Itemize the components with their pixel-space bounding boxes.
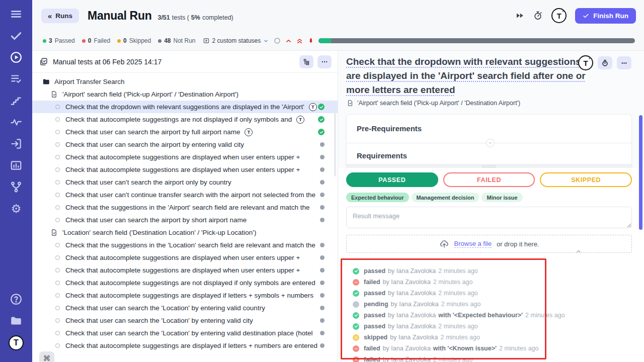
status-notrun-icon: [320, 167, 325, 172]
runs-icon: [10, 51, 23, 64]
command-key-badge[interactable]: ⌘: [39, 351, 54, 362]
log-entry: passedby Iana Zavolokawith '<Expected be…: [346, 310, 632, 321]
test-title[interactable]: Check that the dropdown with relevant su…: [346, 55, 588, 97]
tree-test-row[interactable]: Check that user can search the 'Location…: [32, 327, 338, 339]
suite-label: 'Location' search field ('Destination Lo…: [62, 229, 256, 236]
log-status-passed-icon: [353, 312, 359, 319]
tree-test-row[interactable]: Check that user can search the airport b…: [32, 214, 338, 226]
test-label: Check that user can't continue transfer …: [65, 191, 315, 199]
rocket-icon[interactable]: [307, 37, 314, 44]
count-skipped[interactable]: 0Skipped: [117, 37, 151, 44]
tree-test-row[interactable]: Check that autocomplete suggestings are …: [32, 289, 338, 302]
test-label: Check that the suggestions in the 'Locat…: [65, 241, 315, 249]
test-circle-icon: [55, 331, 60, 335]
status-notrun-icon: [320, 281, 325, 285]
test-circle-icon: [55, 306, 60, 310]
count-passed[interactable]: 3Passed: [43, 37, 75, 44]
sidebar-item-reports[interactable]: [9, 158, 24, 172]
circle-status-icon[interactable]: [274, 37, 281, 44]
browse-file-link[interactable]: Browse a file: [454, 240, 492, 248]
menu-icon: [10, 8, 23, 21]
sidebar-item-settings[interactable]: ⚙: [9, 202, 24, 216]
back-to-runs-button[interactable]: « Runs: [41, 9, 79, 23]
status-notrun-icon: [320, 255, 325, 260]
sidebar-item-milestones[interactable]: [9, 94, 24, 108]
test-more-button[interactable]: [617, 56, 631, 69]
tree-test-row[interactable]: Check that user can search the airport b…: [32, 126, 338, 138]
sidebar-item-runs[interactable]: [9, 50, 24, 64]
test-suite-breadcrumb[interactable]: 'Airport' search field ('Pick-up Airport…: [347, 100, 520, 107]
tree-test-row[interactable]: Check that autocomplete suggestings are …: [32, 277, 338, 289]
priority-high-icon[interactable]: [285, 38, 292, 44]
log-status-text: passed: [364, 267, 385, 275]
log-entry: pendingby Iana Zavoloka2 minutes ago: [346, 299, 632, 310]
checklist-icon: [39, 57, 48, 66]
sidebar-item-test-plans[interactable]: [9, 72, 24, 86]
panel-resize-handle[interactable]: [347, 164, 631, 168]
result-skipped-button[interactable]: SKIPPED: [540, 172, 632, 187]
tree-test-row[interactable]: Check that autocomplete suggestions are …: [32, 163, 338, 176]
tree-test-row[interactable]: Check that the suggestions in the 'Locat…: [32, 239, 338, 251]
collapse-log-chevron-icon[interactable]: [576, 248, 582, 254]
reports-icon: [10, 159, 23, 172]
result-tag[interactable]: Management decision: [412, 193, 479, 202]
tree-more-button[interactable]: [317, 55, 332, 68]
sidebar-item-branches[interactable]: [9, 180, 24, 194]
finish-run-button[interactable]: Finish Run: [575, 8, 636, 24]
test-circle-icon: [55, 205, 60, 210]
passed-dot-icon: [43, 39, 46, 43]
sidebar-item-analytics[interactable]: [9, 115, 24, 129]
result-message-input[interactable]: [346, 207, 632, 228]
sidebar-item-menu[interactable]: [9, 7, 24, 21]
file-dropzone[interactable]: Browse a file or drop it here.: [346, 235, 632, 253]
log-status-failed-icon: [353, 356, 359, 362]
tree-test-row[interactable]: Check that user can search the 'Location…: [32, 302, 338, 314]
log-status-passed-icon: [353, 268, 359, 275]
tree-test-row[interactable]: Check that autocomplete suggestions are …: [32, 151, 338, 163]
custom-statuses-control[interactable]: 2 custom statuses: [203, 37, 269, 44]
result-failed-button[interactable]: FAILED: [443, 172, 535, 187]
detail-scrollbar-thumb[interactable]: [639, 115, 642, 230]
sidebar-item-tests[interactable]: [9, 29, 24, 43]
result-tag[interactable]: Expected behaviour: [346, 193, 409, 202]
tree-suite-row[interactable]: 'Airport' search field ('Pick-up Airport…: [32, 88, 338, 101]
sidebar-item-projects[interactable]: [9, 314, 24, 328]
tree-test-row[interactable]: Check that autocomplete suggestings are …: [32, 339, 338, 352]
tree-view-toggle-button[interactable]: [299, 55, 313, 68]
add-status-icon: [203, 37, 210, 44]
sidebar-item-import[interactable]: [9, 137, 24, 151]
tree-test-row[interactable]: Check that autocomplete suggestions are …: [32, 251, 338, 264]
fast-forward-icon[interactable]: [515, 11, 524, 20]
log-entry: passedby Iana Zavoloka2 minutes ago: [346, 321, 632, 332]
test-circle-icon: [55, 293, 60, 298]
count-failed[interactable]: 0Failed: [82, 37, 110, 44]
result-tag[interactable]: Minor issue: [481, 193, 522, 202]
count-notrun[interactable]: 48Not Run: [158, 37, 195, 44]
log-author-text: by Iana Zavoloka: [383, 345, 431, 352]
test-timer-button[interactable]: [598, 56, 612, 69]
tree-test-row[interactable]: Check that autocomplete suggestings are …: [32, 113, 338, 126]
log-status-text: failed: [364, 279, 380, 286]
tree-test-row[interactable]: Check that the dropdown with relevant su…: [32, 101, 338, 113]
tree-suite-row[interactable]: 'Location' search field ('Destination Lo…: [32, 226, 338, 239]
tree-test-row[interactable]: Check that user can search the 'Location…: [32, 314, 338, 327]
test-label: Check that user can search the airport b…: [65, 141, 244, 148]
tree-test-row[interactable]: Check that user can search the airport b…: [32, 138, 338, 151]
tree-test-row[interactable]: Check that autocomplete suggestions are …: [32, 264, 338, 277]
tree-scrollbar[interactable]: [334, 111, 336, 176]
status-notrun-icon: [320, 218, 325, 222]
run-progress-fill: [318, 38, 331, 43]
stopwatch-icon[interactable]: [533, 11, 543, 21]
result-passed-button[interactable]: PASSED: [346, 172, 438, 187]
projects-icon: [10, 314, 23, 327]
priority-highest-icon[interactable]: [296, 38, 303, 44]
tree-test-row[interactable]: Check that user can't search the airport…: [32, 176, 338, 189]
tree-folder-row[interactable]: Airport Transfer Search: [32, 75, 338, 88]
log-entry: passedby Iana Zavoloka2 minutes ago: [346, 288, 632, 299]
tree-test-row[interactable]: Check that the suggestions in the 'Airpo…: [32, 201, 338, 214]
test-circle-icon: [55, 117, 60, 122]
sidebar-item-brand[interactable]: T: [9, 335, 24, 349]
section-collapse-knob[interactable]: [486, 139, 495, 147]
tree-test-row[interactable]: Check that user can't continue transfer …: [32, 189, 338, 201]
sidebar-item-help[interactable]: [9, 292, 24, 306]
